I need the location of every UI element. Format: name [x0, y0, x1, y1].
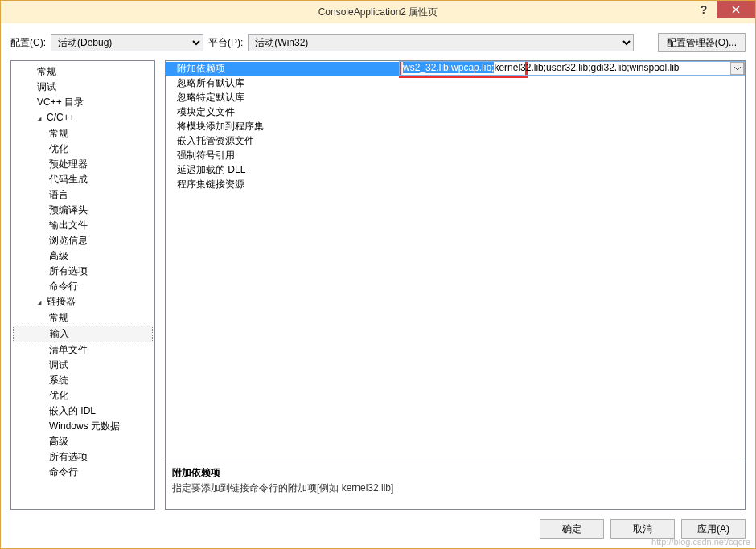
tree-item[interactable]: 链接器 [13, 294, 153, 310]
titlebar: ConsoleApplication2 属性页 ? [1, 1, 755, 23]
tree-item[interactable]: 输入 [13, 326, 153, 342]
tree-item[interactable]: 所有选项 [13, 449, 153, 465]
tree-item[interactable]: 命令行 [13, 465, 153, 480]
property-label: 嵌入托管资源文件 [166, 134, 399, 148]
platform-select[interactable]: 活动(Win32) [248, 34, 634, 51]
tree-item[interactable]: 预处理器 [13, 157, 153, 172]
property-row[interactable]: 延迟加载的 DLL [166, 162, 745, 177]
property-label: 附加依赖项 [166, 62, 399, 76]
apply-button[interactable]: 应用(A) [681, 519, 746, 539]
property-label: 忽略特定默认库 [166, 91, 399, 104]
config-label: 配置(C): [10, 36, 46, 50]
dropdown-icon[interactable] [730, 62, 744, 75]
tree-item[interactable]: 优化 [13, 388, 153, 404]
close-icon [732, 6, 740, 14]
tree-item[interactable]: 嵌入的 IDL [13, 404, 153, 419]
tree-item[interactable]: 常规 [13, 64, 153, 80]
property-value[interactable]: ws2_32.lib;wpcap.lib;kernel32.lib;user32… [399, 61, 745, 76]
bottom-bar: 确定 取消 应用(A) [10, 510, 746, 539]
property-row[interactable]: 忽略特定默认库 [166, 90, 745, 104]
top-row: 配置(C): 活动(Debug) 平台(P): 活动(Win32) 配置管理器(… [10, 33, 746, 52]
ok-button[interactable]: 确定 [540, 519, 604, 539]
titlebar-buttons: ? [691, 1, 755, 18]
property-row[interactable]: 模块定义文件 [166, 104, 745, 119]
property-label: 模块定义文件 [166, 105, 399, 119]
tree-item[interactable]: 语言 [13, 187, 153, 203]
content: 配置(C): 活动(Debug) 平台(P): 活动(Win32) 配置管理器(… [1, 23, 755, 548]
config-select[interactable]: 活动(Debug) [51, 34, 203, 51]
platform-label: 平台(P): [208, 36, 243, 50]
property-row[interactable]: 忽略所有默认库 [166, 76, 745, 90]
tree-item[interactable]: 高级 [13, 248, 153, 264]
property-row[interactable]: 强制符号引用 [166, 148, 745, 162]
tree-item[interactable]: 代码生成 [13, 172, 153, 187]
value-highlight: ws2_32.lib;wpcap.lib; [403, 62, 494, 73]
description-title: 附加依赖项 [172, 466, 738, 480]
property-row[interactable]: 将模块添加到程序集 [166, 119, 745, 133]
help-button[interactable]: ? [691, 1, 717, 18]
tree-item[interactable]: 系统 [13, 373, 153, 388]
tree-item[interactable]: VC++ 目录 [13, 95, 153, 110]
watermark: http://blog.csdn.net/cqcre [651, 537, 750, 547]
config-manager-button[interactable]: 配置管理器(O)... [658, 33, 746, 52]
close-button[interactable] [717, 1, 755, 18]
tree-item[interactable]: 输出文件 [13, 218, 153, 233]
property-row[interactable]: 附加依赖项ws2_32.lib;wpcap.lib;kernel32.lib;u… [166, 61, 745, 76]
window-title: ConsoleApplication2 属性页 [1, 6, 755, 19]
tree-item[interactable]: Windows 元数据 [13, 419, 153, 434]
category-tree[interactable]: 常规调试VC++ 目录C/C++常规优化预处理器代码生成语言预编译头输出文件浏览… [10, 60, 155, 510]
cancel-button[interactable]: 取消 [610, 519, 675, 539]
property-grid: 附加依赖项ws2_32.lib;wpcap.lib;kernel32.lib;u… [166, 61, 745, 461]
property-label: 忽略所有默认库 [166, 76, 399, 90]
tree-item[interactable]: 预编译头 [13, 203, 153, 218]
tree-item[interactable]: 调试 [13, 80, 153, 95]
property-label: 强制符号引用 [166, 149, 399, 162]
tree-item[interactable]: 高级 [13, 434, 153, 449]
tree-item[interactable]: 调试 [13, 358, 153, 373]
property-page-window: ConsoleApplication2 属性页 ? 配置(C): 活动(Debu… [0, 0, 756, 549]
property-row[interactable]: 程序集链接资源 [166, 177, 745, 191]
tree-item[interactable]: 浏览信息 [13, 233, 153, 248]
tree-item[interactable]: 所有选项 [13, 264, 153, 279]
description-text: 指定要添加到链接命令行的附加项[例如 kernel32.lib] [172, 481, 738, 495]
main-area: 常规调试VC++ 目录C/C++常规优化预处理器代码生成语言预编译头输出文件浏览… [10, 60, 746, 510]
property-label: 延迟加载的 DLL [166, 163, 399, 177]
tree-item[interactable]: C/C++ [13, 110, 153, 126]
property-label: 程序集链接资源 [166, 178, 399, 191]
tree-item[interactable]: 常规 [13, 310, 153, 326]
tree-item[interactable]: 优化 [13, 141, 153, 157]
tree-item[interactable]: 常规 [13, 126, 153, 141]
right-pane: 附加依赖项ws2_32.lib;wpcap.lib;kernel32.lib;u… [165, 60, 746, 510]
tree-item[interactable]: 命令行 [13, 279, 153, 294]
tree-item[interactable]: 清单文件 [13, 342, 153, 358]
property-row[interactable]: 嵌入托管资源文件 [166, 133, 745, 148]
value-rest: kernel32.lib;user32.lib;gdi32.lib;winspo… [494, 62, 679, 73]
description-pane: 附加依赖项 指定要添加到链接命令行的附加项[例如 kernel32.lib] [166, 461, 745, 509]
property-label: 将模块添加到程序集 [166, 120, 399, 133]
